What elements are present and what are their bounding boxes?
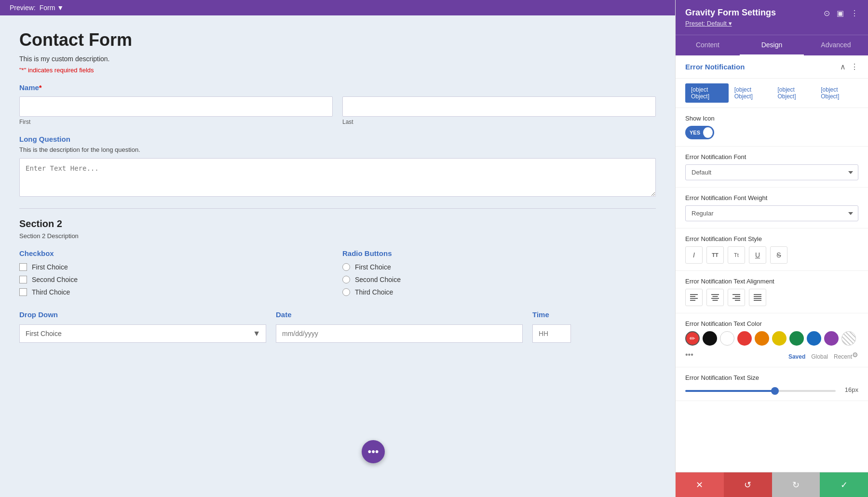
allcaps-button[interactable]: TT <box>706 246 724 264</box>
long-question-label: Long Question <box>19 135 656 143</box>
target-icon[interactable]: ⊙ <box>824 9 830 18</box>
color-swatch-purple[interactable] <box>824 331 839 346</box>
color-swatch-orange[interactable] <box>755 331 769 346</box>
cancel-button[interactable]: ✕ <box>676 472 724 497</box>
color-row: Error Notification Text Color ✏ ••• <box>676 313 868 367</box>
form-title: Contact Form <box>19 30 656 50</box>
name-required-star: * <box>39 83 42 92</box>
color-swatch-white[interactable] <box>720 331 734 346</box>
fab-button[interactable]: ••• <box>362 440 385 463</box>
redo-button[interactable]: ↻ <box>772 472 820 497</box>
radio-3[interactable] <box>342 288 350 296</box>
panel-header-row: Gravity Form Settings Preset: Default ▾ … <box>685 8 858 27</box>
capitalize-button[interactable]: Tt <box>728 246 745 264</box>
radio-2[interactable] <box>342 276 350 283</box>
panel-preset[interactable]: Preset: Default ▾ <box>685 20 776 27</box>
radio-1[interactable] <box>342 263 350 271</box>
undo-button[interactable]: ↺ <box>724 472 772 497</box>
time-label: Time <box>532 310 656 319</box>
form-dropdown[interactable]: Form ▼ <box>40 4 64 12</box>
color-picker-swatch[interactable]: ✏ <box>685 331 700 346</box>
color-swatch-black[interactable] <box>703 331 717 346</box>
underline-button[interactable]: U <box>749 246 766 264</box>
show-icon-row: Show Icon YES <box>676 108 868 147</box>
toggle-knob <box>703 127 713 138</box>
panel-title: Gravity Form Settings <box>685 8 776 18</box>
svg-rect-7 <box>713 300 718 301</box>
choice-text: Third Choice <box>32 288 70 296</box>
align-justify-button[interactable] <box>749 289 766 306</box>
choice-text: Third Choice <box>355 288 393 296</box>
long-question-textarea[interactable] <box>19 158 656 197</box>
first-name-field: First <box>19 96 333 125</box>
object-tab-2[interactable]: [object Object] <box>729 83 772 103</box>
last-name-input[interactable] <box>342 96 656 117</box>
preview-area: Preview: Form ▼ Contact Form This is my … <box>0 0 675 497</box>
size-value: 16px <box>841 386 858 393</box>
svg-rect-1 <box>690 296 695 297</box>
date-input[interactable] <box>276 324 523 343</box>
svg-rect-5 <box>713 296 718 297</box>
tab-content[interactable]: Content <box>676 35 740 55</box>
time-input[interactable] <box>532 324 571 343</box>
color-gear-icon[interactable]: ⚙ <box>852 351 858 359</box>
choice-text: First Choice <box>355 263 391 271</box>
checkbox-2[interactable] <box>19 276 27 283</box>
checkbox-1[interactable] <box>19 263 27 271</box>
strikethrough-button[interactable]: S <box>770 246 787 264</box>
color-tab-global[interactable]: Global <box>811 353 828 360</box>
color-swatch-blue[interactable] <box>807 331 821 346</box>
color-tab-recent[interactable]: Recent <box>834 353 852 360</box>
font-weight-select[interactable]: Regular <box>685 205 858 221</box>
align-center-button[interactable] <box>706 289 724 306</box>
first-name-input[interactable] <box>19 96 333 117</box>
object-tab-4[interactable]: [object Object] <box>815 83 858 103</box>
error-notification-section-header: Error Notification ∧ ⋮ <box>676 55 868 79</box>
dropdown-label: Drop Down <box>19 310 266 319</box>
svg-rect-6 <box>711 298 719 299</box>
svg-rect-9 <box>735 296 740 297</box>
tab-design[interactable]: Design <box>740 35 804 55</box>
svg-rect-2 <box>690 298 698 299</box>
font-select[interactable]: Default <box>685 164 858 180</box>
size-slider[interactable] <box>685 390 836 392</box>
radio-col: Radio Buttons First Choice Second Choice… <box>342 249 656 301</box>
name-row: First Last <box>19 96 656 125</box>
align-left-button[interactable] <box>685 289 703 306</box>
align-right-button[interactable] <box>728 289 745 306</box>
last-name-field: Last <box>342 96 656 125</box>
color-more-icon[interactable]: ••• <box>685 350 693 359</box>
show-icon-toggle[interactable]: YES <box>685 126 714 139</box>
color-swatch-red[interactable] <box>737 331 752 346</box>
object-tabs: [object Object] [object Object] [object … <box>676 79 868 108</box>
section-more-icon[interactable]: ⋮ <box>851 62 858 71</box>
collapse-icon[interactable]: ∧ <box>840 62 846 71</box>
save-button[interactable]: ✓ <box>820 472 868 497</box>
object-tab-1[interactable]: [object Object] <box>685 83 729 103</box>
dropdown-select[interactable]: First Choice <box>19 324 266 343</box>
font-style-row: Error Notification Font Style I TT Tt U … <box>676 228 868 271</box>
tab-advanced[interactable]: Advanced <box>804 35 868 55</box>
panel-header-text: Gravity Form Settings Preset: Default ▾ <box>685 8 776 27</box>
name-label: Name* <box>19 83 656 92</box>
choice-text: First Choice <box>32 263 68 271</box>
color-swatch-stripe[interactable] <box>841 331 856 346</box>
font-style-buttons: I TT Tt U S <box>685 246 858 264</box>
italic-button[interactable]: I <box>685 246 703 264</box>
fab-icon: ••• <box>367 445 379 458</box>
color-palette: ✏ <box>685 331 858 346</box>
checkbox-3[interactable] <box>19 288 27 296</box>
color-tab-saved[interactable]: Saved <box>788 353 805 360</box>
more-icon[interactable]: ⋮ <box>851 9 858 18</box>
svg-rect-8 <box>732 294 740 295</box>
object-tab-3[interactable]: [object Object] <box>772 83 815 103</box>
first-sublabel: First <box>19 119 333 125</box>
panel-body: Error Notification ∧ ⋮ [object Object] [… <box>676 55 868 472</box>
color-swatch-green[interactable] <box>789 331 804 346</box>
list-item: First Choice <box>19 263 333 271</box>
color-tabs: Saved Global Recent <box>788 353 852 360</box>
required-note: "*" indicates required fields <box>19 67 656 74</box>
color-swatch-yellow[interactable] <box>772 331 787 346</box>
layout-icon[interactable]: ▣ <box>837 9 844 18</box>
choice-text: Second Choice <box>355 276 401 283</box>
